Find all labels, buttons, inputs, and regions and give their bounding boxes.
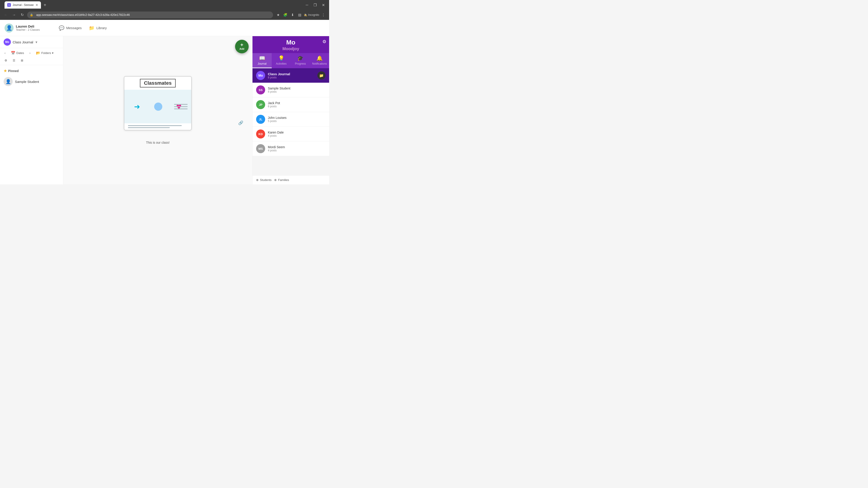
close-button[interactable]: ✕ <box>320 2 327 8</box>
tab-title: Journal - Seesaw <box>13 3 34 6</box>
class-journal-item[interactable]: Mo Class Journal 8 posts 📁 <box>252 68 329 83</box>
tab-progress[interactable]: 🎓 Progress <box>291 53 310 68</box>
class-name-label: Class Journal <box>13 40 33 44</box>
class-journal-info: Class Journal 8 posts <box>268 72 315 79</box>
folders-button[interactable]: 📂 Folders ▾ <box>34 50 55 56</box>
folders-label: Folders <box>41 51 51 55</box>
incognito-button[interactable]: 🕵 Incognito <box>304 13 319 17</box>
user-section: 👤 Lauren Deli Teacher - 2 Classes <box>4 24 54 33</box>
next-date-button[interactable]: › <box>28 51 32 56</box>
progress-tab-icon: 🎓 <box>297 55 303 61</box>
bookmark-button[interactable]: ★ <box>275 12 281 18</box>
class-journal-posts: 8 posts <box>268 76 315 79</box>
journal-tab-label: Journal <box>258 62 267 65</box>
student-list-item-1[interactable]: SS Sample Student 8 posts <box>252 83 329 97</box>
browser-tab-bar: S Journal - Seesaw ✕ + ─ ❐ ✕ <box>0 0 329 10</box>
active-tab[interactable]: S Journal - Seesaw ✕ <box>4 1 41 8</box>
activities-tab-icon: 💡 <box>278 55 284 61</box>
student-posts-4: 4 posts <box>268 134 326 137</box>
main-content: + Add Classmates ➜ ♥ <box>63 36 252 184</box>
minimize-button[interactable]: ─ <box>304 2 310 8</box>
filter-button[interactable]: ⚙ <box>3 58 9 63</box>
student-list: SS Sample Student 8 posts JP Jack Pot 6 … <box>252 83 329 156</box>
add-students-label: Students <box>260 178 272 182</box>
student-avatar-2: JP <box>256 100 265 109</box>
panel-tabs: 📖 Journal 💡 Activities 🎓 Progress 🔔 Noti… <box>252 53 329 68</box>
tab-bar: S Journal - Seesaw ✕ + <box>4 1 48 8</box>
card-body: ➜ ♥ <box>124 90 191 123</box>
library-label: Library <box>96 26 107 30</box>
incognito-label: Incognito <box>308 13 319 17</box>
add-students-button[interactable]: ⊕ Students <box>256 178 272 182</box>
filter-icon: ⚙ <box>4 59 7 62</box>
student-posts-3: 5 posts <box>268 120 326 123</box>
right-panel: ⚙ Mo Moodjoy 📖 Journal 💡 Activities 🎓 <box>252 36 329 184</box>
sidebar-toolbar: ‹ 📅 Dates › 📂 Folders ▾ ⚙ ☰ <box>0 48 63 65</box>
messages-icon: 💬 <box>59 25 64 31</box>
incognito-icon: 🕵 <box>304 13 307 17</box>
add-students-icon: ⊕ <box>256 178 258 182</box>
journal-folder-button[interactable]: 📁 <box>317 71 326 79</box>
new-tab-button[interactable]: + <box>42 2 48 8</box>
student-posts-5: 4 posts <box>268 149 326 152</box>
student-list-item-4[interactable]: KD Karen Dale 4 posts <box>252 127 329 141</box>
dates-button[interactable]: 📅 Dates <box>9 50 26 56</box>
grid-view-button[interactable]: ⊞ <box>19 58 25 63</box>
nav-links: 💬 Messages 📁 Library <box>59 25 107 31</box>
card-line-3 <box>174 108 188 109</box>
back-button[interactable]: ← <box>3 12 9 18</box>
list-icon: ☰ <box>13 59 16 62</box>
user-role: Teacher - 2 Classes <box>16 28 40 31</box>
card-title: Classmates <box>140 79 176 88</box>
prev-date-button[interactable]: ‹ <box>3 51 7 56</box>
pinned-student-item[interactable]: 👤 Sample Student <box>4 75 59 88</box>
class-journal-name: Class Journal <box>268 72 315 76</box>
student-avatar-1: SS <box>256 86 265 94</box>
library-nav-item[interactable]: 📁 Library <box>89 25 107 31</box>
user-avatar: 👤 <box>4 24 13 33</box>
student-info-5: Mordi Seem 4 posts <box>268 145 326 152</box>
app-wrapper: 👤 Lauren Deli Teacher - 2 Classes 💬 Mess… <box>0 20 329 184</box>
classmates-card: Classmates ➜ ♥ <box>124 76 192 130</box>
student-info-1: Sample Student 8 posts <box>268 87 326 93</box>
add-families-button[interactable]: ⊕ Families <box>274 178 289 182</box>
tab-notifications[interactable]: 🔔 Notifications <box>310 53 329 68</box>
link-icon[interactable]: 🔗 <box>238 121 243 125</box>
settings-icon[interactable]: ⚙ <box>322 39 327 44</box>
forward-button[interactable]: → <box>11 12 17 18</box>
address-input[interactable] <box>27 11 273 18</box>
window-controls: ─ ❐ ✕ <box>304 2 327 8</box>
reload-button[interactable]: ↻ <box>19 12 25 18</box>
user-name: Lauren Deli <box>16 24 40 28</box>
download-button[interactable]: ⬇ <box>289 12 296 18</box>
list-view-button[interactable]: ☰ <box>11 58 17 63</box>
student-info-3: John Louises 5 posts <box>268 116 326 123</box>
tab-activities[interactable]: 💡 Activities <box>272 53 291 68</box>
student-list-item-5[interactable]: MS Mordi Seem 4 posts <box>252 141 329 156</box>
tab-close-button[interactable]: ✕ <box>35 3 38 7</box>
add-button[interactable]: + Add <box>235 40 249 53</box>
progress-tab-label: Progress <box>295 62 306 65</box>
address-bar-actions: ★ 🧩 ⬇ ▤ 🕵 Incognito ⋮ <box>275 12 327 18</box>
class-dropdown-arrow[interactable]: ▾ <box>35 40 37 44</box>
split-view-button[interactable]: ▤ <box>297 12 303 18</box>
pinned-section: ★ Pinned 👤 Sample Student <box>0 65 63 90</box>
student-avatar-4: KD <box>256 129 265 138</box>
student-name-5: Mordi Seem <box>268 145 326 149</box>
dates-label: Dates <box>16 51 24 55</box>
student-list-item-2[interactable]: JP Jack Pot 6 posts <box>252 97 329 112</box>
prev-arrow-icon: ‹ <box>4 51 5 55</box>
tab-journal[interactable]: 📖 Journal <box>252 53 272 68</box>
more-options-button[interactable]: ⋮ <box>320 12 327 18</box>
messages-nav-item[interactable]: 💬 Messages <box>59 25 82 31</box>
extensions-button[interactable]: 🧩 <box>282 12 288 18</box>
notifications-tab-label: Notifications <box>312 62 327 65</box>
add-families-icon: ⊕ <box>274 178 277 182</box>
post-caption: This is our class! <box>146 141 169 144</box>
folders-dropdown-icon: ▾ <box>52 51 54 55</box>
calendar-icon: 📅 <box>11 51 16 55</box>
student-list-item-3[interactable]: JL John Louises 5 posts <box>252 112 329 127</box>
add-icon: + <box>241 42 243 47</box>
restore-button[interactable]: ❐ <box>312 2 318 8</box>
lock-icon: 🔒 <box>30 13 33 17</box>
